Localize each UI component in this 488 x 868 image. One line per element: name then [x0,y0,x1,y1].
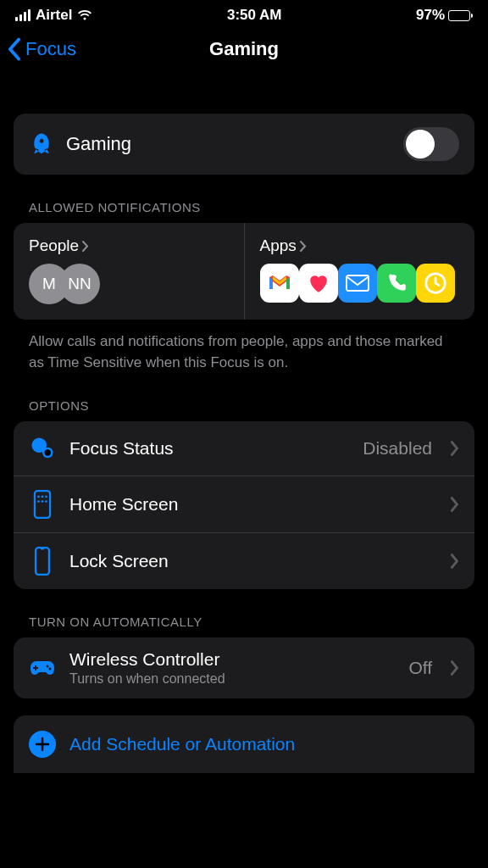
focus-name: Gaming [66,133,403,155]
option-home-screen[interactable]: Home Screen [14,476,474,532]
svg-point-7 [42,496,44,498]
mail-icon [338,264,377,303]
chevron-right-icon [82,241,89,252]
app-icons [260,264,460,303]
signal-icon [15,9,30,21]
carrier-label: Airtel [36,7,72,24]
focus-toggle-card: Gaming [14,114,474,175]
game-controller-icon [29,658,56,678]
allowed-apps[interactable]: Apps [244,223,475,320]
back-button[interactable]: Focus [7,37,76,61]
row-sublabel: Turns on when connected [69,671,395,687]
phone-icon [377,264,416,303]
auto-card: Wireless Controller Turns on when connec… [14,637,474,698]
option-lock-screen[interactable]: Lock Screen [14,532,474,589]
svg-point-10 [42,501,44,504]
status-bar: Airtel 3:50 AM 97% [0,0,488,27]
add-schedule-label: Add Schedule or Automation [69,734,295,754]
rocket-icon [29,131,54,157]
row-label: Home Screen [69,494,437,515]
nav-bar: Focus Gaming [0,27,488,70]
section-header-auto: Turn On Automatically [14,589,474,637]
avatar: NN [59,264,100,304]
chevron-right-icon [451,660,459,676]
row-label: Wireless Controller [69,649,395,670]
status-right: 97% [416,7,473,24]
people-avatars: M NN [29,264,229,304]
svg-point-17 [49,668,52,670]
svg-point-11 [45,501,47,504]
chevron-right-icon [451,497,459,512]
battery-icon [448,10,473,21]
gmail-icon [260,264,299,303]
lock-screen-icon [29,547,56,576]
health-icon [299,264,338,303]
focus-toggle[interactable] [403,127,459,161]
svg-rect-15 [33,667,38,669]
back-label: Focus [25,38,76,60]
chevron-right-icon [300,241,307,252]
svg-point-8 [45,496,47,498]
options-card: Focus Status Disabled Home Screen Lock S… [14,421,474,589]
row-value: Off [408,658,432,678]
chevron-right-icon [451,554,459,569]
section-header-options: Options [14,373,474,421]
status-left: Airtel [15,7,92,24]
svg-point-6 [37,496,40,498]
row-value: Disabled [363,438,432,459]
apps-label: Apps [260,236,297,255]
allowed-footnote: Allow calls and notifications from peopl… [14,320,474,373]
plus-circle-icon [29,731,56,758]
svg-rect-12 [36,548,49,575]
add-schedule-button[interactable]: Add Schedule or Automation [14,715,474,773]
chevron-right-icon [451,441,459,456]
row-label: Lock Screen [69,551,437,571]
row-label: Focus Status [69,438,349,459]
wifi-icon [77,9,92,21]
svg-point-4 [45,450,52,457]
option-focus-status[interactable]: Focus Status Disabled [14,421,474,476]
allowed-people[interactable]: People M NN [14,223,244,320]
status-time: 3:50 AM [227,7,282,24]
home-screen-icon [29,490,56,519]
clock-icon [416,264,455,303]
svg-rect-0 [347,275,369,291]
focus-status-icon [29,436,56,461]
people-label: People [29,236,79,255]
battery-pct: 97% [416,7,445,24]
svg-point-16 [47,665,49,668]
svg-rect-13 [41,548,45,549]
section-header-allowed: Allowed Notifications [14,175,474,223]
svg-rect-5 [35,491,50,518]
chevron-left-icon [7,37,22,61]
allowed-card: People M NN Apps [14,223,474,320]
svg-point-9 [37,501,40,504]
auto-wireless-controller[interactable]: Wireless Controller Turns on when connec… [14,637,474,698]
